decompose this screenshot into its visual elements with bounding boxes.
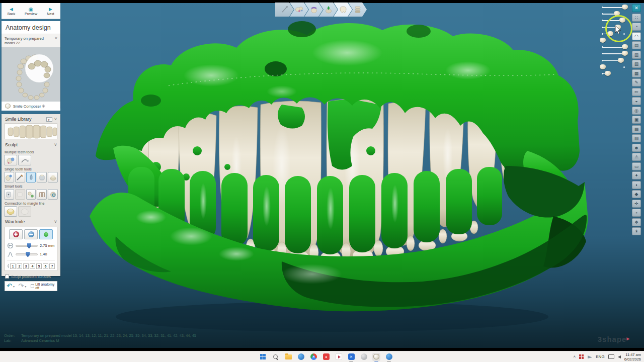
lift-anatomy-checkbox[interactable]: [31, 284, 34, 288]
smile-library-thumbnail[interactable]: [5, 123, 57, 139]
knife-profile-slider[interactable]: [16, 253, 38, 255]
tray-expand-button[interactable]: ˄: [574, 354, 576, 359]
smooth-wax-button[interactable]: [39, 229, 53, 239]
occlusion-compass-tool[interactable]: [48, 189, 58, 200]
warning-button[interactable]: ⚠: [632, 153, 641, 161]
blue-circle-app-button[interactable]: [385, 353, 393, 361]
undo-dropdown[interactable]: ▾: [13, 285, 15, 288]
3shape-app-button[interactable]: [372, 353, 380, 361]
sculpt-protected-row[interactable]: Sculpt protected surfaces: [4, 273, 58, 280]
slider-handle[interactable]: [27, 243, 31, 249]
next-button[interactable]: ► Next: [41, 3, 60, 19]
add-wax-button[interactable]: ✚: [9, 229, 23, 239]
back-button[interactable]: ◄ Back: [2, 3, 21, 19]
cube-button[interactable]: ◆: [632, 190, 641, 198]
pontic-tool[interactable]: [48, 172, 58, 183]
tooth-slider-handle[interactable]: [622, 5, 628, 10]
layer-slider-7[interactable]: [602, 44, 628, 50]
media-player-button[interactable]: [335, 353, 343, 361]
molar-button[interactable]: ✦: [632, 171, 641, 179]
scan-step[interactable]: [275, 3, 294, 17]
view-preset-2-button[interactable]: ▥: [632, 51, 641, 59]
layer-slider-1[interactable]: [602, 4, 628, 11]
knife-tool-button[interactable]: ✏: [632, 88, 641, 96]
library-popout-icon[interactable]: ▸: [46, 117, 52, 122]
layer-slider-8[interactable]: [602, 50, 628, 57]
tooth-slider-handle[interactable]: [614, 11, 620, 16]
smart-anatomy-tool[interactable]: [26, 189, 36, 200]
smart-remove-tool[interactable]: [4, 189, 14, 200]
teeth-row-button[interactable]: ▨: [632, 134, 641, 142]
puzzle-button[interactable]: ❖: [632, 218, 641, 226]
sculpt-knife-tool[interactable]: [15, 172, 25, 183]
red-app-button[interactable]: ●: [322, 353, 330, 361]
note-button[interactable]: ▫: [632, 209, 641, 217]
smile-library-header[interactable]: Smile Library ▸ ˅: [4, 116, 58, 123]
layer-slider-6[interactable]: [602, 37, 628, 44]
preview-button[interactable]: ◉ Preview: [21, 3, 41, 19]
search-button[interactable]: [272, 353, 280, 361]
language-indicator[interactable]: ENG: [596, 354, 604, 359]
close-view-button[interactable]: ✕: [632, 4, 641, 12]
start-button[interactable]: [259, 353, 267, 361]
transform-teeth-tool[interactable]: [4, 155, 17, 165]
view-preset-1-button[interactable]: ▤: [632, 41, 641, 49]
speaker-icon[interactable]: [618, 355, 621, 358]
sculpt-header[interactable]: Sculpt ˅: [4, 141, 58, 149]
screenshot-button[interactable]: ▭: [632, 162, 641, 170]
wax-knife-header[interactable]: Wax knife ˅: [4, 218, 58, 226]
step-selector[interactable]: Temporary on prepared model 22 ˅: [2, 34, 60, 47]
wax-connection-tool[interactable]: [4, 206, 17, 217]
gate-button[interactable]: ▩: [632, 125, 641, 133]
morph-tool[interactable]: [4, 172, 14, 183]
tooth-slider-handle[interactable]: [605, 71, 611, 76]
knife-radius-slider[interactable]: [16, 245, 38, 247]
zoom-extents-button[interactable]: ∷: [632, 14, 641, 22]
chrome-button[interactable]: [309, 353, 317, 361]
slider-handle[interactable]: [26, 252, 30, 257]
move-rotate-tool[interactable]: [18, 155, 31, 165]
smart-blank-tool[interactable]: [15, 189, 25, 200]
blue-app-button[interactable]: ✕: [347, 353, 355, 361]
display-tray-icon[interactable]: [608, 354, 614, 359]
layer-slider-9[interactable]: [602, 57, 628, 64]
layer-slider-11[interactable]: [602, 70, 628, 77]
teeth-pair-button[interactable]: ▣: [632, 116, 641, 124]
view-preset-4-button[interactable]: ▦: [632, 69, 641, 77]
tooth-slider-handle[interactable]: [618, 58, 624, 63]
layer-slider-3[interactable]: [602, 17, 628, 24]
3d-viewport[interactable]: [0, 3, 644, 348]
layer-slider-10[interactable]: [602, 64, 628, 70]
tooth-slider-handle[interactable]: [622, 44, 628, 49]
firefox-button[interactable]: [297, 353, 305, 361]
probe-tool-button[interactable]: ✎: [632, 78, 641, 86]
gate-tool[interactable]: [37, 189, 47, 200]
tooth-slider-handle[interactable]: [600, 38, 606, 43]
clock[interactable]: 11:47 am 6/02/2026: [624, 352, 641, 361]
arch-preview[interactable]: [2, 47, 60, 102]
redo-button[interactable]: ↷: [18, 283, 24, 289]
color-sphere-button[interactable]: ☀: [632, 227, 641, 235]
smile-composer-row[interactable]: Smile Composer ®: [2, 102, 60, 111]
redo-dropdown[interactable]: ▾: [25, 285, 26, 288]
axis-button[interactable]: ✛: [632, 200, 641, 208]
tooth-slider-handle[interactable]: [607, 31, 613, 36]
cap-visibility-button[interactable]: ◠: [632, 32, 641, 40]
orbit-view-button[interactable]: ◔: [632, 23, 641, 31]
undo-button[interactable]: ↶: [7, 283, 12, 289]
tooth-slider-handle[interactable]: [622, 51, 628, 56]
gray-app-button[interactable]: [360, 353, 368, 361]
crown-tool[interactable]: [37, 172, 47, 183]
tooth-slider-handle[interactable]: [600, 64, 606, 69]
file-explorer-button[interactable]: [284, 353, 292, 361]
bowl-button[interactable]: ◗: [632, 181, 641, 189]
red-grid-tray-icon[interactable]: [579, 354, 584, 359]
tooth-slider-handle[interactable]: [619, 18, 625, 23]
basket-button[interactable]: ◎: [632, 107, 641, 115]
wax-knife-tool[interactable]: [26, 172, 36, 183]
layer-slider-2[interactable]: [602, 11, 628, 17]
telegram-tray-icon[interactable]: [588, 355, 592, 358]
sculpt-protected-checkbox[interactable]: [5, 275, 9, 279]
wax-drop-button[interactable]: ◒: [632, 97, 641, 105]
dental-model[interactable]: [0, 3, 644, 348]
